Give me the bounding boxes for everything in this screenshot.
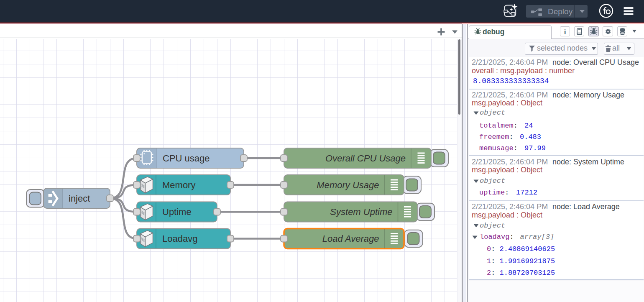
svg-text:CPU usage: CPU usage (163, 153, 210, 164)
svg-text:Load Average: Load Average (322, 233, 379, 244)
svg-text:Overall CPU Usage: Overall CPU Usage (325, 153, 406, 164)
svg-text:Memory: Memory (162, 180, 195, 190)
svg-text:Uptime: Uptime (162, 207, 192, 217)
svg-text:Memory Usage: Memory Usage (317, 180, 379, 190)
svg-text:System Uptime: System Uptime (330, 207, 392, 217)
svg-text:inject: inject (69, 193, 90, 204)
svg-text:i: i (564, 28, 566, 36)
svg-text:Loadavg: Loadavg (162, 233, 197, 244)
